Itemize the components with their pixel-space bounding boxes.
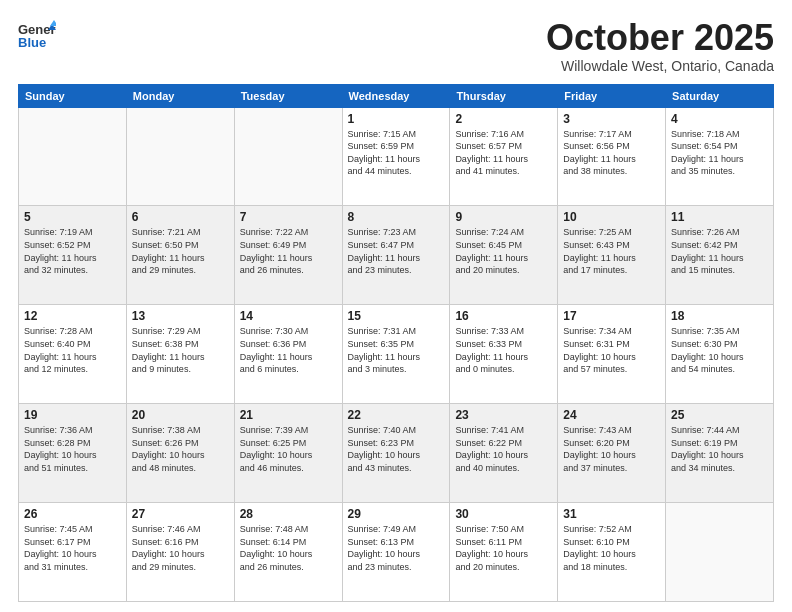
day-info: Sunrise: 7:18 AM Sunset: 6:54 PM Dayligh…: [671, 128, 768, 178]
calendar-cell: 24Sunrise: 7:43 AM Sunset: 6:20 PM Dayli…: [558, 404, 666, 503]
calendar-cell: 13Sunrise: 7:29 AM Sunset: 6:38 PM Dayli…: [126, 305, 234, 404]
day-info: Sunrise: 7:35 AM Sunset: 6:30 PM Dayligh…: [671, 325, 768, 375]
day-info: Sunrise: 7:21 AM Sunset: 6:50 PM Dayligh…: [132, 226, 229, 276]
calendar-cell: 10Sunrise: 7:25 AM Sunset: 6:43 PM Dayli…: [558, 206, 666, 305]
day-number: 3: [563, 112, 660, 126]
day-number: 1: [348, 112, 445, 126]
day-info: Sunrise: 7:26 AM Sunset: 6:42 PM Dayligh…: [671, 226, 768, 276]
day-number: 9: [455, 210, 552, 224]
day-info: Sunrise: 7:38 AM Sunset: 6:26 PM Dayligh…: [132, 424, 229, 474]
day-info: Sunrise: 7:30 AM Sunset: 6:36 PM Dayligh…: [240, 325, 337, 375]
day-number: 29: [348, 507, 445, 521]
calendar-cell: 9Sunrise: 7:24 AM Sunset: 6:45 PM Daylig…: [450, 206, 558, 305]
day-number: 12: [24, 309, 121, 323]
day-number: 8: [348, 210, 445, 224]
calendar-cell: 15Sunrise: 7:31 AM Sunset: 6:35 PM Dayli…: [342, 305, 450, 404]
day-info: Sunrise: 7:16 AM Sunset: 6:57 PM Dayligh…: [455, 128, 552, 178]
logo: General Blue: [18, 18, 56, 50]
day-info: Sunrise: 7:28 AM Sunset: 6:40 PM Dayligh…: [24, 325, 121, 375]
weekday-header-tuesday: Tuesday: [234, 84, 342, 107]
day-number: 4: [671, 112, 768, 126]
calendar-cell: 30Sunrise: 7:50 AM Sunset: 6:11 PM Dayli…: [450, 503, 558, 602]
calendar-cell: 21Sunrise: 7:39 AM Sunset: 6:25 PM Dayli…: [234, 404, 342, 503]
calendar-cell: [126, 107, 234, 206]
day-number: 24: [563, 408, 660, 422]
day-info: Sunrise: 7:46 AM Sunset: 6:16 PM Dayligh…: [132, 523, 229, 573]
logo-icon: General Blue: [18, 18, 56, 50]
page: General Blue October 2025 Willowdale Wes…: [0, 0, 792, 612]
calendar-cell: 17Sunrise: 7:34 AM Sunset: 6:31 PM Dayli…: [558, 305, 666, 404]
calendar-table: SundayMondayTuesdayWednesdayThursdayFrid…: [18, 84, 774, 602]
day-info: Sunrise: 7:43 AM Sunset: 6:20 PM Dayligh…: [563, 424, 660, 474]
day-info: Sunrise: 7:49 AM Sunset: 6:13 PM Dayligh…: [348, 523, 445, 573]
day-number: 20: [132, 408, 229, 422]
calendar-week-row: 26Sunrise: 7:45 AM Sunset: 6:17 PM Dayli…: [19, 503, 774, 602]
weekday-header-saturday: Saturday: [666, 84, 774, 107]
day-info: Sunrise: 7:48 AM Sunset: 6:14 PM Dayligh…: [240, 523, 337, 573]
calendar-cell: 19Sunrise: 7:36 AM Sunset: 6:28 PM Dayli…: [19, 404, 127, 503]
day-number: 23: [455, 408, 552, 422]
day-info: Sunrise: 7:39 AM Sunset: 6:25 PM Dayligh…: [240, 424, 337, 474]
weekday-header-monday: Monday: [126, 84, 234, 107]
calendar-cell: 28Sunrise: 7:48 AM Sunset: 6:14 PM Dayli…: [234, 503, 342, 602]
day-info: Sunrise: 7:44 AM Sunset: 6:19 PM Dayligh…: [671, 424, 768, 474]
calendar-cell: 2Sunrise: 7:16 AM Sunset: 6:57 PM Daylig…: [450, 107, 558, 206]
weekday-header-row: SundayMondayTuesdayWednesdayThursdayFrid…: [19, 84, 774, 107]
day-number: 22: [348, 408, 445, 422]
day-number: 2: [455, 112, 552, 126]
day-info: Sunrise: 7:19 AM Sunset: 6:52 PM Dayligh…: [24, 226, 121, 276]
svg-text:Blue: Blue: [18, 35, 46, 50]
calendar-cell: 1Sunrise: 7:15 AM Sunset: 6:59 PM Daylig…: [342, 107, 450, 206]
day-number: 19: [24, 408, 121, 422]
weekday-header-wednesday: Wednesday: [342, 84, 450, 107]
calendar-cell: 12Sunrise: 7:28 AM Sunset: 6:40 PM Dayli…: [19, 305, 127, 404]
calendar-week-row: 5Sunrise: 7:19 AM Sunset: 6:52 PM Daylig…: [19, 206, 774, 305]
calendar-cell: 26Sunrise: 7:45 AM Sunset: 6:17 PM Dayli…: [19, 503, 127, 602]
calendar-cell: 29Sunrise: 7:49 AM Sunset: 6:13 PM Dayli…: [342, 503, 450, 602]
day-info: Sunrise: 7:29 AM Sunset: 6:38 PM Dayligh…: [132, 325, 229, 375]
calendar-cell: [19, 107, 127, 206]
calendar-cell: 4Sunrise: 7:18 AM Sunset: 6:54 PM Daylig…: [666, 107, 774, 206]
day-info: Sunrise: 7:45 AM Sunset: 6:17 PM Dayligh…: [24, 523, 121, 573]
day-info: Sunrise: 7:24 AM Sunset: 6:45 PM Dayligh…: [455, 226, 552, 276]
calendar-cell: 27Sunrise: 7:46 AM Sunset: 6:16 PM Dayli…: [126, 503, 234, 602]
calendar-cell: 16Sunrise: 7:33 AM Sunset: 6:33 PM Dayli…: [450, 305, 558, 404]
day-info: Sunrise: 7:23 AM Sunset: 6:47 PM Dayligh…: [348, 226, 445, 276]
month-title: October 2025: [546, 18, 774, 58]
day-number: 14: [240, 309, 337, 323]
day-info: Sunrise: 7:52 AM Sunset: 6:10 PM Dayligh…: [563, 523, 660, 573]
day-number: 5: [24, 210, 121, 224]
calendar-cell: [234, 107, 342, 206]
day-number: 18: [671, 309, 768, 323]
calendar-cell: 3Sunrise: 7:17 AM Sunset: 6:56 PM Daylig…: [558, 107, 666, 206]
day-number: 21: [240, 408, 337, 422]
calendar-cell: 25Sunrise: 7:44 AM Sunset: 6:19 PM Dayli…: [666, 404, 774, 503]
day-info: Sunrise: 7:34 AM Sunset: 6:31 PM Dayligh…: [563, 325, 660, 375]
day-info: Sunrise: 7:31 AM Sunset: 6:35 PM Dayligh…: [348, 325, 445, 375]
day-info: Sunrise: 7:22 AM Sunset: 6:49 PM Dayligh…: [240, 226, 337, 276]
day-info: Sunrise: 7:33 AM Sunset: 6:33 PM Dayligh…: [455, 325, 552, 375]
day-number: 30: [455, 507, 552, 521]
calendar-cell: 31Sunrise: 7:52 AM Sunset: 6:10 PM Dayli…: [558, 503, 666, 602]
calendar-cell: 22Sunrise: 7:40 AM Sunset: 6:23 PM Dayli…: [342, 404, 450, 503]
calendar-cell: 6Sunrise: 7:21 AM Sunset: 6:50 PM Daylig…: [126, 206, 234, 305]
calendar-cell: 14Sunrise: 7:30 AM Sunset: 6:36 PM Dayli…: [234, 305, 342, 404]
day-number: 13: [132, 309, 229, 323]
weekday-header-sunday: Sunday: [19, 84, 127, 107]
day-number: 31: [563, 507, 660, 521]
calendar-week-row: 19Sunrise: 7:36 AM Sunset: 6:28 PM Dayli…: [19, 404, 774, 503]
day-info: Sunrise: 7:50 AM Sunset: 6:11 PM Dayligh…: [455, 523, 552, 573]
calendar-week-row: 1Sunrise: 7:15 AM Sunset: 6:59 PM Daylig…: [19, 107, 774, 206]
title-block: October 2025 Willowdale West, Ontario, C…: [546, 18, 774, 74]
weekday-header-thursday: Thursday: [450, 84, 558, 107]
calendar-cell: 23Sunrise: 7:41 AM Sunset: 6:22 PM Dayli…: [450, 404, 558, 503]
location: Willowdale West, Ontario, Canada: [546, 58, 774, 74]
day-number: 15: [348, 309, 445, 323]
calendar-cell: 8Sunrise: 7:23 AM Sunset: 6:47 PM Daylig…: [342, 206, 450, 305]
day-info: Sunrise: 7:36 AM Sunset: 6:28 PM Dayligh…: [24, 424, 121, 474]
day-info: Sunrise: 7:40 AM Sunset: 6:23 PM Dayligh…: [348, 424, 445, 474]
day-number: 7: [240, 210, 337, 224]
calendar-cell: 7Sunrise: 7:22 AM Sunset: 6:49 PM Daylig…: [234, 206, 342, 305]
day-number: 26: [24, 507, 121, 521]
calendar-cell: 20Sunrise: 7:38 AM Sunset: 6:26 PM Dayli…: [126, 404, 234, 503]
